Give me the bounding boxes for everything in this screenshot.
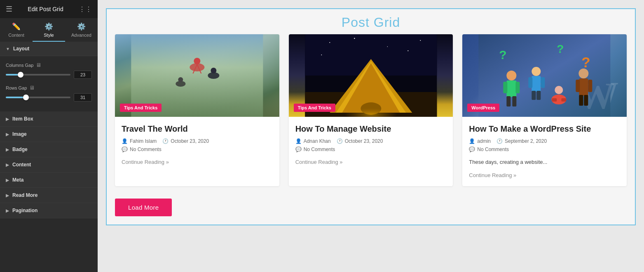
read-more-arrow-icon: ▶	[6, 193, 9, 198]
read-more-section[interactable]: ▶ Read More	[0, 188, 98, 203]
svg-point-35	[532, 67, 541, 76]
svg-point-41	[555, 86, 563, 94]
post-body-1: Travel The World 👤 Fahim Islam 🕐 October…	[115, 117, 279, 173]
badge-arrow-icon: ▶	[6, 147, 9, 152]
rows-gap-slider-thumb	[23, 95, 29, 100]
post-meta-1: 👤 Fahim Islam 🕐 October 23, 2020	[122, 138, 273, 144]
post-badge-2: Tips And Tricks	[294, 104, 335, 112]
hamburger-icon[interactable]: ☰	[6, 5, 12, 14]
svg-point-45	[579, 69, 589, 78]
columns-gap-slider-thumb	[18, 72, 23, 78]
post-comments-1: 💬 No Comments	[122, 147, 273, 152]
svg-rect-48	[588, 80, 592, 92]
post-image-wrap-3: W ? ? ? ?	[462, 34, 627, 117]
svg-rect-39	[532, 91, 536, 100]
post-grid: Tips And Tricks Travel The World 👤 Fahim…	[107, 34, 635, 194]
badge-label: Badge	[12, 147, 28, 152]
rows-gap-slider-row: 31	[6, 93, 92, 102]
panel-tabs: ✏️ Content ⚙️ Style ⚙️ Advanced	[0, 18, 98, 42]
svg-rect-36	[532, 76, 541, 92]
content-label: Content	[12, 162, 31, 168]
post-author-2: 👤 Adnan Khan	[295, 138, 331, 144]
pagination-label: Pagination	[12, 208, 37, 213]
columns-gap-slider-track[interactable]	[6, 74, 70, 76]
svg-point-12	[354, 38, 355, 39]
badge-section[interactable]: ▶ Badge	[0, 142, 98, 157]
svg-rect-50	[584, 95, 588, 106]
svg-rect-40	[537, 91, 541, 100]
load-more-button[interactable]: Load More	[115, 199, 172, 216]
tab-content[interactable]: ✏️ Content	[0, 18, 33, 42]
svg-rect-49	[579, 95, 583, 106]
rows-gap-slider-track[interactable]	[6, 97, 70, 98]
svg-rect-33	[507, 96, 511, 106]
svg-point-2	[194, 58, 200, 64]
svg-rect-38	[541, 77, 545, 88]
post-comments-3: 💬 No Comments	[469, 147, 620, 152]
comment-icon-3: 💬	[469, 147, 475, 152]
svg-rect-43	[552, 98, 557, 102]
columns-gap-control: Columns Gap 🖥 23	[6, 62, 92, 79]
post-excerpt-3: These days, creating a website...	[469, 158, 620, 166]
tab-content-label: Content	[8, 33, 24, 38]
svg-point-16	[407, 50, 408, 51]
author-icon-2: 👤	[295, 138, 302, 144]
meta-label: Meta	[12, 177, 23, 183]
columns-gap-input[interactable]: 23	[74, 71, 92, 79]
tab-advanced[interactable]: ⚙️ Advanced	[65, 18, 98, 42]
post-date-1: 🕐 October 23, 2020	[162, 138, 209, 144]
svg-rect-32	[516, 82, 520, 93]
post-card-1: Tips And Tricks Travel The World 👤 Fahim…	[115, 34, 279, 186]
layout-section-header[interactable]: ▼ Layout	[0, 42, 98, 56]
post-date-3: 🕐 September 2, 2020	[496, 138, 547, 144]
pagination-section[interactable]: ▶ Pagination	[0, 203, 98, 218]
svg-rect-30	[507, 80, 517, 97]
panel-body: ▼ Layout Columns Gap 🖥 23	[0, 42, 98, 272]
image-arrow-icon: ▶	[6, 132, 9, 137]
post-card-3: W ? ? ? ?	[462, 34, 627, 186]
author-name-2: Adnan Khan	[304, 138, 331, 144]
svg-rect-47	[576, 80, 580, 92]
rows-gap-input[interactable]: 31	[74, 93, 92, 102]
read-more-link-2[interactable]: Continue Reading »	[295, 159, 343, 165]
panel-header: ☰ Edit Post Grid ⋮⋮	[0, 0, 98, 18]
grid-icon[interactable]: ⋮⋮	[79, 5, 92, 13]
comments-label-3: No Comments	[477, 147, 509, 152]
svg-rect-46	[579, 78, 588, 96]
svg-text:?: ?	[557, 43, 564, 55]
svg-rect-37	[529, 77, 533, 88]
svg-point-15	[321, 54, 322, 55]
post-title-2: How To Manage Website	[295, 123, 447, 134]
panel-title: Edit Post Grid	[28, 6, 63, 12]
svg-rect-31	[503, 82, 508, 93]
read-more-link-3[interactable]: Continue Reading »	[469, 172, 516, 178]
svg-rect-34	[513, 96, 517, 106]
read-more-link-1[interactable]: Continue Reading »	[122, 159, 169, 165]
content-section[interactable]: ▶ Content	[0, 157, 98, 173]
author-name-3: admin	[477, 138, 491, 144]
tab-advanced-label: Advanced	[71, 33, 91, 38]
svg-rect-44	[562, 98, 567, 102]
columns-gap-monitor-icon: 🖥	[36, 62, 41, 68]
load-more-wrap: Load More	[107, 194, 635, 216]
item-box-section[interactable]: ▶ Item Box	[0, 111, 98, 127]
comments-label-1: No Comments	[130, 147, 162, 152]
image-section[interactable]: ▶ Image	[0, 127, 98, 142]
style-tab-icon: ⚙️	[44, 22, 53, 31]
post-author-3: 👤 admin	[469, 138, 491, 144]
tab-style[interactable]: ⚙️ Style	[33, 18, 65, 42]
comments-label-2: No Comments	[304, 147, 335, 152]
image-label: Image	[12, 131, 27, 137]
main-content: Post Grid	[98, 0, 644, 272]
meta-section[interactable]: ▶ Meta	[0, 173, 98, 188]
post-date-2: 🕐 October 23, 2020	[337, 138, 383, 144]
content-arrow-icon: ▶	[6, 163, 9, 167]
post-badge-1: Tips And Tricks	[120, 104, 162, 112]
post-badge-3: WordPress	[467, 104, 499, 112]
svg-point-29	[507, 71, 517, 80]
author-icon-1: 👤	[122, 138, 128, 144]
page-title-area: Post Grid	[107, 9, 635, 34]
svg-point-13	[387, 46, 388, 47]
rows-gap-control: Rows Gap 🖥 31	[6, 85, 92, 102]
content-tab-icon: ✏️	[12, 22, 21, 31]
